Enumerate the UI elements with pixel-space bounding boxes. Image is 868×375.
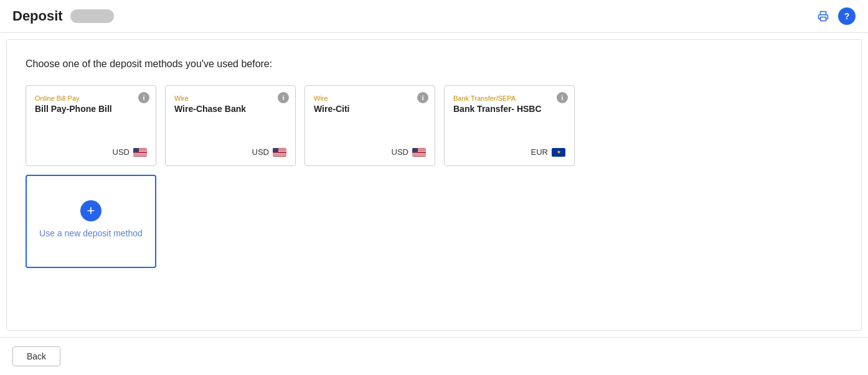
info-icon-wire-chase[interactable]: i	[278, 92, 289, 103]
card-name-wire-chase: Wire-Chase Bank	[174, 103, 286, 114]
account-badge	[70, 9, 114, 23]
header-icons: ?	[814, 7, 856, 25]
info-icon-bill-pay[interactable]: i	[138, 92, 149, 103]
main-content: Choose one of the deposit methods you've…	[6, 39, 862, 331]
currency-label-wire-chase: USD	[252, 147, 269, 157]
card-name-wire-citi: Wire-Citi	[314, 103, 426, 114]
card-name-bill-pay: Bill Pay-Phone Bill	[35, 103, 147, 114]
flag-us-wire-citi	[412, 148, 426, 157]
currency-label-wire-citi: USD	[392, 147, 408, 157]
flag-us-bill-pay	[133, 148, 147, 157]
card-currency-wire-citi: USD	[314, 147, 426, 157]
card-type-wire-citi: Wire	[314, 95, 426, 102]
svg-rect-0	[821, 17, 826, 21]
new-deposit-card[interactable]: + Use a new deposit method	[26, 175, 156, 268]
page-title: Deposit	[12, 8, 63, 24]
help-icon[interactable]: ?	[838, 7, 856, 25]
card-currency-bill-pay: USD	[35, 147, 147, 157]
card-wire-citi[interactable]: i Wire Wire-Citi USD	[304, 85, 435, 166]
flag-eu-bank-hsbc: ★	[552, 148, 565, 157]
header: Deposit ?	[0, 0, 868, 33]
card-type-bank-hsbc: Bank Transfer/SEPA	[453, 95, 565, 102]
new-deposit-row: + Use a new deposit method	[26, 175, 842, 268]
card-type-wire-chase: Wire	[174, 95, 286, 102]
currency-label-bank-hsbc: EUR	[531, 147, 548, 157]
new-deposit-plus-icon: +	[80, 200, 101, 221]
new-deposit-label: Use a new deposit method	[39, 228, 143, 240]
section-title: Choose one of the deposit methods you've…	[26, 58, 842, 70]
page-wrapper: Deposit ? Choose one of the deposit meth…	[0, 0, 868, 375]
card-type-bill-pay: Online Bill Pay	[35, 95, 147, 102]
card-bill-pay[interactable]: i Online Bill Pay Bill Pay-Phone Bill US…	[26, 85, 156, 166]
card-currency-bank-hsbc: EUR ★	[453, 147, 565, 157]
card-bank-hsbc[interactable]: i Bank Transfer/SEPA Bank Transfer- HSBC…	[444, 85, 575, 166]
flag-us-wire-chase	[273, 148, 286, 157]
back-button[interactable]: Back	[12, 346, 60, 366]
card-name-bank-hsbc: Bank Transfer- HSBC	[453, 103, 565, 114]
footer: Back	[0, 337, 868, 375]
currency-label-bill-pay: USD	[113, 147, 130, 157]
info-icon-bank-hsbc[interactable]: i	[557, 92, 568, 103]
card-currency-wire-chase: USD	[174, 147, 286, 157]
header-left: Deposit	[12, 8, 114, 24]
info-icon-wire-citi[interactable]: i	[417, 92, 428, 103]
deposit-methods-row: i Online Bill Pay Bill Pay-Phone Bill US…	[26, 85, 842, 166]
print-icon[interactable]	[814, 7, 832, 25]
card-wire-chase[interactable]: i Wire Wire-Chase Bank USD	[165, 85, 296, 166]
